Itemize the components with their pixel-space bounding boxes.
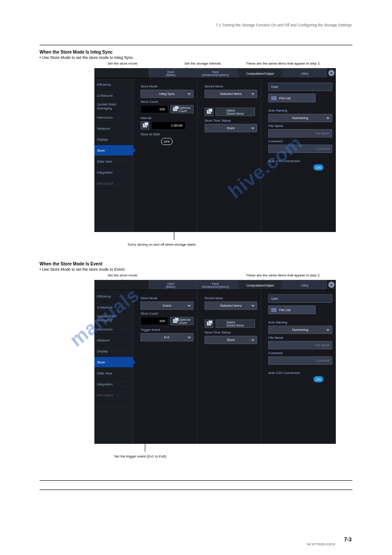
popup-icon: [173, 107, 177, 111]
toggle-auto-csv[interactable]: ON: [313, 164, 324, 170]
label-comment: Comment: [268, 351, 332, 355]
sidebar-item-integration[interactable]: Integration: [94, 379, 133, 390]
sidebar-item-update-rate[interactable]: Update Rate/Averaging: [94, 313, 133, 324]
close-icon: ×: [328, 70, 334, 76]
input-file-name[interactable]: File Name: [268, 341, 332, 349]
pane-left: Store Mode Event Store Count 100 Optimiz…: [133, 290, 198, 444]
tab-computation-output[interactable]: Computation/Output: [238, 280, 282, 290]
button-select-stored-items[interactable]: SelectStored Items: [216, 108, 255, 116]
sidebar-item-delta-measure[interactable]: Δ Measure: [94, 302, 133, 313]
label-store-count: Store Count: [140, 100, 194, 104]
button-interval-popup[interactable]: [140, 121, 149, 130]
pane-left: Store Mode Integ Sync Store Count 100 Op…: [133, 78, 198, 232]
dropdown-stored-items[interactable]: Selected Items: [205, 90, 257, 98]
label-auto-naming: Auto Naming: [268, 320, 332, 324]
screenshot-event: Input(Basic) Input(Advanced/Options) Com…: [94, 280, 336, 444]
dropdown-auto-naming[interactable]: Numbering: [268, 114, 332, 122]
sidebar-item-display[interactable]: Display: [94, 346, 133, 357]
button-file-list[interactable]: File List: [268, 305, 316, 314]
sidebar-item-harmonics[interactable]: Harmonics: [94, 324, 133, 335]
tab-utility[interactable]: Utility: [283, 280, 327, 290]
section-title: When the Store Mode Is Event: [40, 261, 352, 266]
pane-center: Stored Items Selected Items SelectStored…: [198, 78, 261, 232]
sidebar-item-update-rate[interactable]: Update Rate/Averaging: [94, 101, 133, 112]
sidebar-item-delta-measure[interactable]: Δ Measure: [94, 90, 133, 101]
dropdown-stored-items[interactable]: Selected Items: [205, 301, 257, 310]
label-interval: Interval: [140, 116, 194, 120]
toggle-store-at-start[interactable]: OFF: [161, 138, 173, 145]
label-trigger-event: Trigger Event: [140, 328, 194, 332]
tab-input-basic[interactable]: Input(Basic): [149, 280, 193, 290]
label-store-time-stamp: Store Time Stamp: [205, 119, 257, 123]
popup-icon: [207, 110, 211, 114]
button-file-list[interactable]: File List: [268, 94, 316, 102]
tab-input-advanced[interactable]: Input(Advanced/Options): [194, 69, 237, 78]
screenshot-integ-sync: Input(Basic) Input(Advanced/Options) Com…: [94, 68, 336, 232]
close-button[interactable]: ×: [327, 280, 336, 290]
input-store-count[interactable]: 100: [140, 105, 168, 113]
sidebar-item-store[interactable]: Store: [94, 357, 133, 368]
sidebar-item-efficiency[interactable]: Efficiency: [94, 291, 133, 302]
tab-input-advanced[interactable]: Input(Advanced/Options): [194, 280, 237, 290]
btn-label: OptimizeCount: [179, 106, 191, 112]
sidebar-item-store[interactable]: Store: [94, 145, 133, 156]
page-number: 7-3: [344, 537, 352, 543]
btn-label: File List: [279, 96, 291, 100]
button-select-stored-items[interactable]: SelectStored Items: [216, 319, 255, 328]
sidebar-item-integration[interactable]: Integration: [94, 167, 133, 178]
sidebar-item-da-output[interactable]: D/A Output: [94, 390, 133, 401]
tab-input-basic[interactable]: Input(Basic): [149, 69, 193, 78]
sidebar-item-measure[interactable]: Measure: [94, 335, 133, 346]
sidebar-item-data-save[interactable]: Data Save: [94, 156, 133, 167]
button-optimize-count[interactable]: OptimizeCount: [170, 317, 194, 325]
dropdown-store-time-stamp[interactable]: Store: [205, 124, 257, 132]
callout-text: Turns storing on and off when storage st…: [127, 243, 352, 247]
label-file-name: File Name: [268, 124, 332, 128]
input-comment[interactable]: Comment: [268, 356, 332, 365]
dropdown-store-mode[interactable]: Event: [140, 301, 194, 310]
pane-right: User File List Auto Naming Numbering Fil…: [261, 290, 336, 444]
button-select-stored-popup[interactable]: [205, 319, 213, 328]
label-store-mode: Store Mode: [140, 84, 194, 88]
label-auto-naming: Auto Naming: [268, 109, 332, 112]
pane-right: User File List Auto Naming Numbering Fil…: [261, 78, 336, 232]
label-file-name: File Name: [268, 336, 332, 340]
section-bullet: • Use Store Mode to set the store mode t…: [40, 267, 352, 272]
page-header-note: 7.1 Turning the Storage Function On and …: [216, 23, 352, 27]
callout-text: These are the same items that appear in …: [246, 62, 320, 65]
sidebar-item-measure[interactable]: Measure: [94, 123, 133, 134]
label-store-mode: Store Mode: [140, 296, 194, 300]
button-optimize-count[interactable]: OptimizeCount: [170, 105, 194, 113]
dropdown-store-mode[interactable]: Integ Sync: [140, 90, 194, 98]
popup-icon: [207, 322, 211, 326]
bullet-text: Use Store Mode to set the store mode to …: [42, 267, 126, 272]
label-store-time-stamp: Store Time Stamp: [205, 330, 257, 334]
sidebar: Efficiency Δ Measure Update Rate/Averagi…: [94, 78, 133, 232]
label-stored-items: Stored Items: [205, 84, 257, 88]
input-comment[interactable]: Comment: [268, 145, 332, 153]
input-store-count[interactable]: 100: [140, 317, 168, 325]
dropdown-store-time-stamp[interactable]: Store: [205, 336, 257, 344]
user-header[interactable]: User: [268, 83, 332, 91]
tab-computation-output[interactable]: Computation/Output: [238, 69, 282, 78]
input-file-name[interactable]: File Name: [268, 129, 332, 138]
folder-icon: [271, 308, 277, 312]
toggle-auto-csv[interactable]: ON: [313, 376, 324, 382]
sidebar-item-da-output[interactable]: D/A Output: [94, 178, 133, 189]
dropdown-auto-naming[interactable]: Numbering: [268, 326, 332, 334]
close-icon: ×: [328, 282, 334, 288]
tab-utility[interactable]: Utility: [283, 69, 327, 78]
button-select-stored-popup[interactable]: [205, 108, 213, 116]
user-header[interactable]: User: [268, 294, 332, 303]
close-button[interactable]: ×: [327, 68, 336, 78]
dropdown-trigger-event[interactable]: Ev1: [140, 333, 194, 341]
sidebar-item-efficiency[interactable]: Efficiency: [94, 79, 133, 90]
sidebar-item-display[interactable]: Display: [94, 134, 133, 145]
input-interval[interactable]: 1:00:00: [151, 121, 186, 130]
sidebar-item-harmonics[interactable]: Harmonics: [94, 112, 133, 123]
label-store-count: Store Count: [140, 312, 194, 316]
footer-note: IM WT5000-02EN: [307, 542, 335, 546]
sidebar-item-data-save[interactable]: Data Save: [94, 368, 133, 379]
sidebar: Efficiency Δ Measure Update Rate/Averagi…: [94, 290, 133, 444]
label-store-at-start: Store at Start: [140, 132, 194, 136]
